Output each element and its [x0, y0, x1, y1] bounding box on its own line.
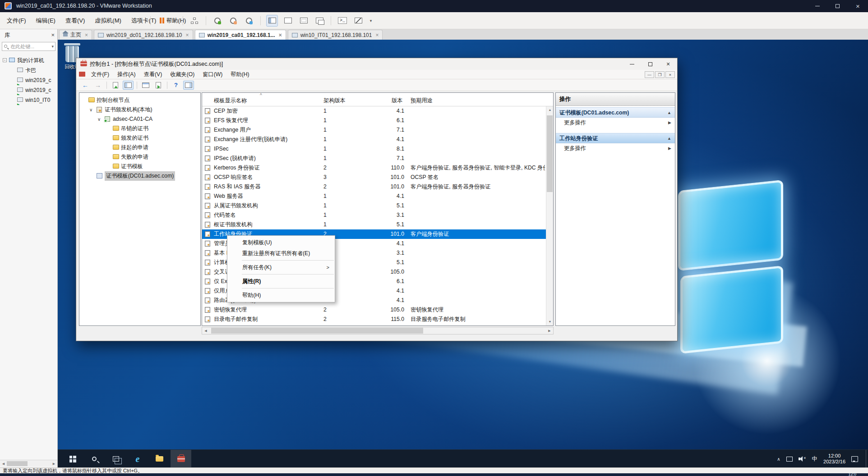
- console-tree-item[interactable]: 证书模板: [79, 162, 200, 171]
- library-tree-item[interactable]: ▶ win10_IT0: [0, 95, 57, 105]
- tray-expand-icon[interactable]: ∧: [777, 457, 780, 462]
- context-menu-item[interactable]: 所有任务(K) >: [227, 262, 335, 273]
- scroll-left-icon[interactable]: ◀: [202, 327, 209, 334]
- task-view-button[interactable]: [106, 450, 126, 467]
- ctrl-alt-del-button[interactable]: [189, 15, 200, 27]
- more-actions-item[interactable]: 更多操作 ▶: [556, 143, 675, 154]
- tab-close-icon[interactable]: ×: [186, 32, 189, 38]
- mmc-menu-item[interactable]: 收藏夹(O): [166, 71, 199, 78]
- library-tree-item[interactable]: ▶ win2019_c: [0, 75, 57, 85]
- host-menu-item[interactable]: 查看(V): [60, 12, 90, 29]
- collapse-icon[interactable]: ▲: [667, 108, 671, 118]
- properties-icon[interactable]: [140, 81, 151, 90]
- actions-section-header[interactable]: 证书模板(DC01.adsec.com) ▲: [556, 107, 675, 118]
- fullscreen-button[interactable]: [298, 15, 309, 27]
- mmc-close-button[interactable]: ×: [659, 58, 677, 70]
- show-action-pane-icon[interactable]: [183, 81, 194, 90]
- collapse-icon[interactable]: ▲: [667, 133, 671, 143]
- tab-close-icon[interactable]: ×: [85, 32, 88, 38]
- template-row[interactable]: Exchange 注册代理(脱机申请) 1 4.1: [202, 135, 547, 144]
- context-menu-item[interactable]: 复制模板(U): [227, 237, 335, 248]
- column-header-purpose[interactable]: 预期用途: [411, 97, 433, 105]
- template-row[interactable]: OCSP 响应签名 3 101.0 OCSP 签名: [202, 173, 547, 182]
- template-row[interactable]: IPSec 1 8.1: [202, 144, 547, 154]
- host-menu-item[interactable]: 虚拟机(M): [90, 12, 126, 29]
- context-menu-item[interactable]: 重新注册所有证书所有者(E): [227, 248, 335, 259]
- mmc-titlebar[interactable]: 控制台1 - [控制台根节点\证书模板(DC01.adsec.com)] ×: [76, 58, 677, 70]
- show-desktop-button[interactable]: [866, 450, 866, 467]
- host-restore-button[interactable]: [827, 0, 848, 12]
- console-tree-item[interactable]: 控制台根节点: [79, 96, 200, 105]
- library-tree-item[interactable]: 卡巴: [0, 65, 57, 75]
- template-row[interactable]: 从属证书颁发机构 1 5.1: [202, 201, 547, 211]
- stretch-guest-button[interactable]: [352, 15, 364, 27]
- tab-vm[interactable]: win2019_dc01_192.168.198.10 ×: [94, 30, 193, 40]
- network-icon[interactable]: [786, 457, 793, 462]
- tab-close-icon[interactable]: ×: [375, 32, 379, 38]
- start-button[interactable]: [62, 450, 83, 467]
- host-close-button[interactable]: ×: [848, 0, 868, 12]
- column-header-version[interactable]: 版本: [392, 97, 402, 105]
- template-row[interactable]: 目录电子邮件复制 2 115.0 目录服务电子邮件复制: [202, 315, 547, 324]
- pause-vm-button[interactable]: [156, 15, 168, 27]
- library-tree-item[interactable]: ▶ win2019_c: [0, 85, 57, 95]
- help-icon[interactable]: ?: [171, 81, 181, 90]
- template-row[interactable]: RAS 和 IAS 服务器 2 101.0 客户端身份验证, 服务器身份验证: [202, 182, 547, 192]
- back-icon[interactable]: ←: [80, 81, 91, 90]
- scroll-up-icon[interactable]: ▲: [546, 106, 554, 114]
- up-one-level-icon[interactable]: [110, 81, 121, 90]
- tree-expander-icon[interactable]: ∨: [97, 114, 101, 124]
- template-row[interactable]: 密钥恢复代理 2 105.0 密钥恢复代理: [202, 305, 547, 315]
- template-row[interactable]: Exchange 用户 1 7.1: [202, 125, 547, 135]
- power-dropdown-caret-icon[interactable]: ▾: [172, 15, 177, 27]
- mmc-menu-item[interactable]: 查看(V): [140, 71, 166, 78]
- revert-snapshot-button[interactable]: [227, 15, 239, 27]
- console-tree-item[interactable]: ∨ adsec-CA01-CA: [79, 114, 200, 124]
- child-close-icon[interactable]: ×: [665, 71, 675, 78]
- unity-mode-button[interactable]: [314, 15, 325, 27]
- template-row[interactable]: Web 服务器 1 4.1: [202, 192, 547, 201]
- host-menu-item[interactable]: 文件(F): [2, 12, 31, 29]
- library-tree-item[interactable]: − 我的计算机: [0, 55, 57, 65]
- console-tree-item[interactable]: 失败的申请: [79, 152, 200, 162]
- context-menu-item[interactable]: 属性(R): [227, 276, 335, 287]
- template-row[interactable]: CEP 加密 1 4.1: [202, 106, 547, 116]
- console-tree-item[interactable]: 颁发的证书: [79, 133, 200, 143]
- scroll-left-icon[interactable]: ◀: [0, 460, 7, 467]
- tab-vm[interactable]: win2019_ca01_192.168.1... ×: [195, 30, 286, 40]
- forward-icon[interactable]: →: [92, 81, 103, 90]
- snapshot-manager-button[interactable]: [243, 15, 255, 27]
- template-row[interactable]: Kerberos 身份验证 2 110.0 客户端身份验证, 服务器身份验证, …: [202, 163, 547, 173]
- export-list-icon[interactable]: [153, 81, 164, 90]
- tree-expander-icon[interactable]: ∨: [89, 105, 92, 114]
- column-header-name[interactable]: 模板显示名称: [214, 97, 247, 105]
- taskbar-clock[interactable]: 12:00 2023/2/16: [823, 453, 845, 465]
- scroll-down-icon[interactable]: ▼: [546, 318, 554, 325]
- mmc-minimize-button[interactable]: [623, 58, 641, 70]
- host-menu-item[interactable]: 编辑(E): [31, 12, 60, 29]
- template-row[interactable]: EFS 恢复代理 1 6.1: [202, 116, 547, 125]
- library-toggle-button[interactable]: [266, 15, 278, 27]
- action-center-icon[interactable]: [851, 456, 858, 462]
- take-snapshot-button[interactable]: [212, 15, 223, 27]
- tab-vm[interactable]: win10_IT01_192.168.198.101 ×: [288, 30, 383, 40]
- mmc-menu-item[interactable]: 帮助(H): [226, 71, 253, 78]
- scroll-right-icon[interactable]: ▶: [51, 460, 57, 467]
- template-row[interactable]: IPSec (脱机申请) 1 7.1: [202, 154, 547, 163]
- internet-explorer-button[interactable]: e: [127, 450, 148, 467]
- mmc-maximize-button[interactable]: [641, 58, 659, 70]
- actions-section-header[interactable]: 工作站身份验证 ▲: [556, 133, 675, 143]
- context-menu-item[interactable]: 帮助(H): [227, 290, 335, 301]
- tree-expander-icon[interactable]: −: [3, 58, 7, 62]
- mmc-menu-item[interactable]: 操作(A): [113, 71, 140, 78]
- library-search-input[interactable]: 在此处键... ▾: [2, 42, 55, 51]
- stretch-dropdown-caret-icon[interactable]: ▾: [368, 15, 374, 27]
- scrollbar-thumb[interactable]: [211, 328, 423, 334]
- console-tree-item[interactable]: 挂起的申请: [79, 143, 200, 152]
- scroll-right-icon[interactable]: ▶: [546, 327, 553, 334]
- column-header-schema[interactable]: 架构版本: [323, 97, 346, 105]
- list-vertical-scrollbar[interactable]: ▲ ▼: [546, 106, 553, 325]
- scrollbar-thumb[interactable]: [547, 115, 553, 192]
- ime-indicator[interactable]: 中: [812, 455, 818, 463]
- mmc-menu-item[interactable]: 窗口(W): [199, 71, 226, 78]
